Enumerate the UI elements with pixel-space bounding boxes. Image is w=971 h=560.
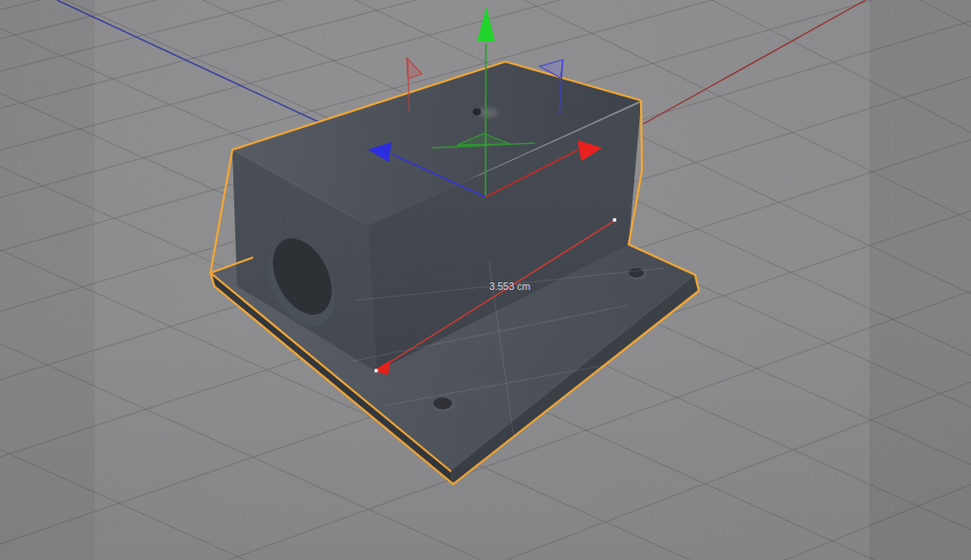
3d-viewport[interactable]: 3.553 cm bbox=[0, 0, 971, 560]
viewport-canvas[interactable]: 3.553 cm bbox=[0, 0, 971, 560]
viewport-vignette bbox=[0, 0, 971, 560]
